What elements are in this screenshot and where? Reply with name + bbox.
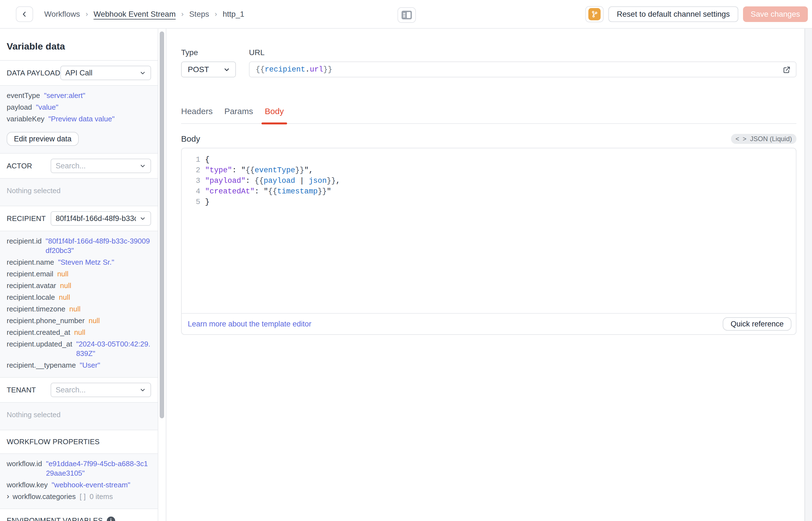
request-config-row: Type POST URL {{recipient.url}} <box>181 48 796 77</box>
kv-key: workflow.id <box>7 459 42 469</box>
kv-key: recipient.created_at <box>7 327 70 337</box>
kv-value: "User" <box>80 360 100 370</box>
tenant-label: TENANT <box>7 386 36 394</box>
recipient-row: RECIPIENT 80f1f4bf-166d-48f9-b33c <box>0 206 158 231</box>
top-bar-actions: Reset to default channel settings Save c… <box>585 6 808 22</box>
method-select[interactable]: POST <box>181 62 236 77</box>
kv-key: recipient.updated_at <box>7 339 72 349</box>
line-number: 3 <box>182 176 205 186</box>
kv-key: recipient.locale <box>7 293 55 302</box>
info-icon[interactable]: i <box>107 517 115 521</box>
kv-key: recipient.email <box>7 269 53 278</box>
expand-chevron-icon[interactable]: › <box>7 492 9 501</box>
commit-changes-button[interactable] <box>585 6 604 22</box>
template-editor-docs-link[interactable]: Learn more about the template editor <box>188 320 311 329</box>
kv-row: recipient.timezonenull <box>7 304 151 314</box>
save-changes-button[interactable]: Save changes <box>743 6 808 22</box>
line-number: 1 <box>182 155 205 165</box>
kv-value: null <box>59 293 70 302</box>
kv-value: "80f1f4bf-166d-48f9-b33c-39009df20bc3" <box>46 236 151 255</box>
url-input[interactable]: {{recipient.url}} <box>249 62 796 77</box>
code-brackets-icon: < > <box>736 135 747 143</box>
sidebar-scrollbar[interactable] <box>160 31 164 418</box>
recipient-selected-value: 80f1f4bf-166d-48f9-b33c <box>56 214 136 223</box>
kv-row: ›workflow.categories[ ]0 items <box>7 492 151 501</box>
code-line: 4 "createdAt": "{{timestamp}}" <box>182 186 796 197</box>
tenant-row: TENANT Search... <box>0 378 158 403</box>
line-number: 4 <box>182 186 205 197</box>
kv-row: recipient.name"Steven Metz Sr." <box>7 257 151 267</box>
kv-value: "2024-03-05T00:42:29.839Z" <box>76 339 151 358</box>
recipient-select[interactable]: 80f1f4bf-166d-48f9-b33c <box>51 211 151 226</box>
back-button[interactable] <box>16 6 33 22</box>
kv-row: recipient.avatarnull <box>7 281 151 290</box>
kv-value: "e91ddae4-7f99-45cb-a688-3c129aae3105" <box>46 459 151 478</box>
code-text: { <box>205 155 210 165</box>
kv-value: null <box>60 281 71 290</box>
kv-value: "server:alert" <box>44 91 86 100</box>
line-number: 5 <box>182 197 205 207</box>
kv-key: workflow.key <box>7 480 48 490</box>
kv-row: recipient.localenull <box>7 293 151 302</box>
body-section-label: Body <box>181 134 200 143</box>
data-payload-preview-section: eventType"server:alert"payload"value"var… <box>0 86 158 154</box>
code-text: } <box>205 197 210 207</box>
panel-layout-icon <box>401 10 412 20</box>
tab-params[interactable]: Params <box>224 107 253 123</box>
tab-body[interactable]: Body <box>265 107 284 123</box>
code-editor[interactable]: 1 { 2 "type": "{{eventType}}", 3 "payloa… <box>182 148 796 313</box>
edit-preview-data-button[interactable]: Edit preview data <box>7 132 79 146</box>
external-link-icon[interactable] <box>783 66 791 74</box>
method-selected-value: POST <box>188 65 220 74</box>
kv-key: recipient.__typename <box>7 360 76 370</box>
code-text: "type": "{{eventType}}", <box>205 165 313 176</box>
kv-key: variableKey <box>7 114 45 123</box>
code-text: "createdAt": "{{timestamp}}" <box>205 186 331 197</box>
tenant-search-select[interactable]: Search... <box>51 383 151 397</box>
kv-suffix: 0 items <box>90 492 113 501</box>
type-label: Type <box>181 48 236 57</box>
request-editor-main: Type POST URL {{recipient.url}} <box>166 29 805 521</box>
environment-variables-label: ENVIRONMENT VARIABLES <box>7 516 103 521</box>
body-section-header: Body < > JSON (Liquid) <box>181 134 796 144</box>
recipient-label: RECIPIENT <box>7 214 46 223</box>
side-panel-toggle-button[interactable] <box>398 7 416 23</box>
kv-row: workflow.id"e91ddae4-7f99-45cb-a688-3c12… <box>7 459 151 478</box>
breadcrumb-separator: › <box>86 10 88 18</box>
request-tabs: Headers Params Body <box>181 107 796 124</box>
breadcrumb-steps[interactable]: Steps <box>189 10 209 19</box>
chevron-down-icon <box>139 162 146 169</box>
workflow-kv-list: workflow.id"e91ddae4-7f99-45cb-a688-3c12… <box>7 459 151 501</box>
language-badge-label: JSON (Liquid) <box>750 135 792 143</box>
kv-key: eventType <box>7 91 40 100</box>
language-badge: < > JSON (Liquid) <box>731 134 796 144</box>
kv-value: [ ] <box>79 492 86 501</box>
data-payload-row: DATA PAYLOAD API Call <box>0 61 158 86</box>
kv-row: eventType"server:alert" <box>7 91 151 100</box>
breadcrumb-separator: › <box>182 10 184 18</box>
breadcrumb-workflows[interactable]: Workflows <box>44 10 80 19</box>
collapsed-right-rail[interactable] <box>805 29 812 521</box>
kv-row: variableKey"Preview data value" <box>7 114 151 123</box>
kv-row: payload"value" <box>7 103 151 112</box>
kv-value: null <box>74 327 85 337</box>
quick-reference-button[interactable]: Quick reference <box>723 317 791 331</box>
data-payload-select[interactable]: API Call <box>61 66 151 80</box>
breadcrumb-workflow-name[interactable]: Webhook Event Stream <box>93 10 175 19</box>
breadcrumb-separator: › <box>215 10 217 18</box>
chevron-down-icon <box>139 70 146 76</box>
kv-row: workflow.key"webhook-event-stream" <box>7 480 151 490</box>
reset-channel-settings-button[interactable]: Reset to default channel settings <box>608 6 738 22</box>
git-branch-icon <box>588 8 601 20</box>
actor-search-select[interactable]: Search... <box>51 159 151 173</box>
chevron-down-icon <box>139 215 146 222</box>
workflow-step-editor: Workflows › Webhook Event Stream › Steps… <box>0 0 812 521</box>
kv-key: recipient.phone_number <box>7 316 85 325</box>
kv-row: recipient.phone_numbernull <box>7 316 151 325</box>
kv-row: recipient.__typename"User" <box>7 360 151 370</box>
tab-headers[interactable]: Headers <box>181 107 213 123</box>
url-column: URL {{recipient.url}} <box>249 48 796 77</box>
kv-key: recipient.avatar <box>7 281 56 290</box>
data-payload-kv-list: eventType"server:alert"payload"value"var… <box>7 91 151 123</box>
kv-value: "Preview data value" <box>48 114 115 123</box>
